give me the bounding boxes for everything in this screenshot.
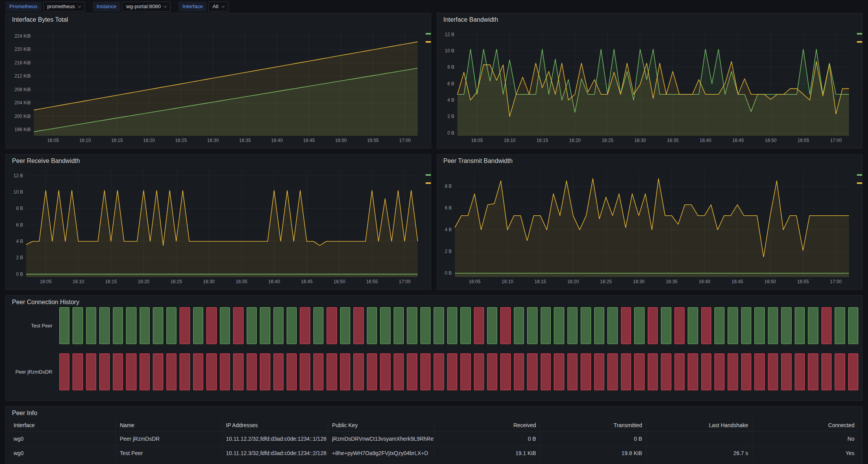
x-axis-tick-label: 16:05 (47, 138, 59, 143)
y-axis-tick-label: 10 B (445, 48, 455, 54)
timeline-bar-disconnected (754, 353, 764, 390)
timeline-bar-disconnected (848, 353, 858, 390)
panel-title[interactable]: Interface Bandwidth (441, 16, 858, 25)
table-header-cell[interactable]: Received (434, 419, 540, 432)
timeline-bars (59, 307, 858, 344)
legend-item[interactable]: Test Peer (425, 180, 431, 186)
chart-area: 16:0516:1016:1516:2016:2516:3016:3516:40… (10, 166, 427, 286)
x-axis-tick-label: 16:05 (471, 138, 483, 143)
timeline-bar-disconnected (193, 353, 203, 390)
x-axis-tick-label: 16:10 (504, 138, 515, 143)
y-axis-tick-label: 0 B (16, 272, 23, 277)
timeline-bar-disconnected (487, 353, 497, 390)
timeline-bar-disconnected (821, 307, 832, 344)
timeline-bar-disconnected (233, 353, 243, 390)
timeline-bar-disconnected (206, 353, 216, 390)
table-cell: 19.8 KiB (540, 446, 647, 461)
x-axis-tick-label: 16:20 (567, 279, 579, 284)
table-header-cell[interactable]: Last Handshake (646, 419, 752, 432)
timeline-bar-disconnected (327, 307, 337, 344)
y-axis-tick-label: 8 B (445, 184, 452, 189)
table-header-cell[interactable]: Interface (10, 419, 116, 432)
legend-item[interactable]: Received wg0 (425, 31, 431, 36)
chart-legend: Peer jRzmDsDRTest Peer (852, 166, 863, 286)
y-axis-tick-label: 2 B (16, 255, 23, 260)
timeline-bar-connected (99, 307, 109, 344)
table-header-cell[interactable]: Connected (752, 419, 859, 432)
timeline-bar-connected (514, 307, 524, 344)
timeline-bar-connected (126, 307, 136, 344)
variable-value-prometheus[interactable]: prometheus (43, 2, 85, 12)
timeline-bar-connected (594, 307, 604, 344)
legend-item[interactable]: Test Peer (857, 180, 863, 186)
x-axis-tick-label: 16:30 (207, 138, 219, 143)
timeline-bar-disconnected (581, 353, 591, 390)
panel-title[interactable]: Peer Receive Bandwidth (10, 157, 427, 166)
timeline-bar-connected (420, 307, 431, 344)
timeline-bar-disconnected (300, 307, 310, 344)
legend-item[interactable]: Peer jRzmDsDR (857, 172, 863, 178)
table-header-cell[interactable]: IP Addresses (222, 419, 328, 432)
timeline-bar-connected (607, 307, 617, 344)
legend-series-swatch (425, 41, 431, 43)
series-area (26, 190, 418, 277)
table-header-cell[interactable]: Public Key (328, 419, 434, 432)
timeline-bar-connected (434, 307, 444, 344)
x-axis-tick-label: 16:45 (732, 138, 744, 143)
timeline-bar-disconnected (474, 353, 484, 390)
timeline-bar-disconnected (59, 353, 69, 390)
timeline-bar-disconnected (380, 353, 390, 390)
panel-peer-receive-bandwidth: Peer Receive Bandwidth 16:0516:1016:1516… (5, 154, 431, 290)
timeline-bar-disconnected (367, 353, 377, 390)
time-series-plot: 16:0516:1016:1516:2016:2516:3016:3516:40… (441, 25, 852, 144)
timeline-bar-disconnected (648, 307, 658, 344)
timeline-bar-disconnected (247, 353, 257, 390)
timeline-bar-disconnected (434, 353, 444, 390)
timeline-bar-disconnected (500, 307, 510, 344)
table-header-cell[interactable]: Name (116, 419, 222, 432)
timeline-bar-connected (848, 307, 858, 344)
timeline-bar-disconnected (500, 353, 510, 390)
panel-title[interactable]: Interface Bytes Total (10, 16, 427, 25)
chart-legend: Received wg0Sent wg0 (421, 25, 431, 144)
timeline-bar-connected (220, 307, 230, 344)
legend-item[interactable]: Sent wg0 (857, 39, 863, 45)
timeline-bar-disconnected (99, 353, 109, 390)
panel-title[interactable]: Peer Connection History (10, 298, 858, 307)
variable-instance: Instance wg-portal:8080 (93, 2, 171, 12)
timeline-bar-connected (808, 307, 818, 344)
table-cell: 19.1 KiB (434, 446, 540, 461)
legend-item[interactable]: Received wg0 (857, 31, 863, 36)
timeline-bar-connected (367, 307, 377, 344)
x-axis-tick-label: 16:50 (335, 138, 347, 143)
variable-value-instance[interactable]: wg-portal:8080 (122, 2, 171, 12)
timeline-bar-disconnected (206, 307, 216, 344)
x-axis-tick-label: 16:55 (797, 279, 809, 284)
timeline-bar-connected (140, 307, 150, 344)
variable-value-interface[interactable]: All (208, 2, 228, 12)
x-axis-tick-label: 17:00 (830, 279, 842, 284)
timeline-row: Test Peer (10, 307, 858, 344)
table-header-cell[interactable]: Transmitted (540, 419, 647, 432)
x-axis-tick-label: 16:05 (469, 279, 481, 284)
legend-item[interactable]: Sent wg0 (425, 39, 431, 45)
timeline-bar-disconnected (180, 353, 190, 390)
timeline-bar-connected (73, 307, 83, 344)
y-axis-tick-label: 200 KiB (14, 114, 31, 119)
legend-item[interactable]: Peer jRzmDsDR (425, 172, 431, 178)
timeline-bar-connected (688, 307, 698, 344)
chart-svg: 16:0516:1016:1516:2016:2516:3016:3516:40… (10, 166, 421, 286)
panel-title[interactable]: Peer Transmit Bandwidth (441, 157, 858, 166)
series-line (26, 190, 418, 246)
timeline-bar-connected (407, 307, 417, 344)
x-axis-tick-label: 16:40 (268, 279, 280, 284)
timeline-bar-disconnected (768, 353, 778, 390)
timeline-bar-disconnected (394, 353, 404, 390)
chart-svg: 16:0516:1016:1516:2016:2516:3016:3516:40… (10, 25, 421, 144)
panel-title[interactable]: Peer Info (10, 409, 858, 418)
timeline-bar-connected (581, 307, 591, 344)
timeline-bar-disconnected (688, 353, 698, 390)
timeline-bar-disconnected (353, 353, 363, 390)
x-axis-tick-label: 16:10 (501, 279, 513, 284)
timeline-bar-disconnected (86, 353, 96, 390)
